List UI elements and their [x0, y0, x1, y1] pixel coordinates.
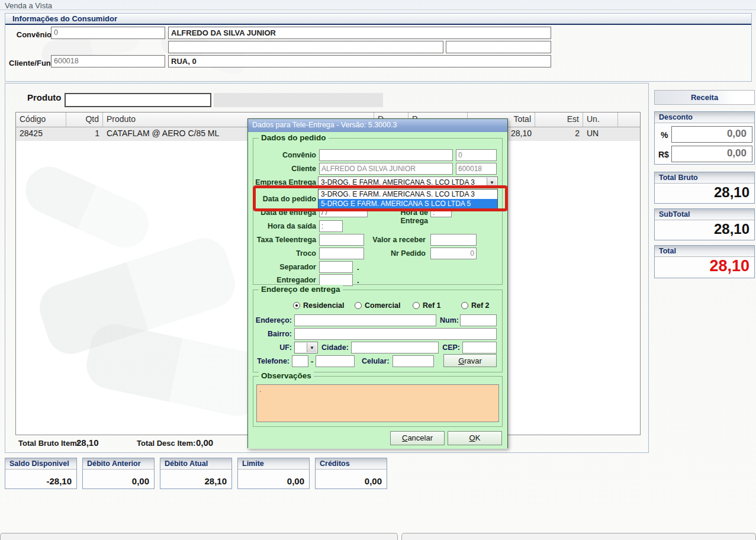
customer-address-field[interactable]: RUA, 0 [168, 55, 551, 68]
uf-label: UF: [253, 343, 292, 352]
dlg-cliente-code: 600018 [456, 163, 497, 175]
valor-receber-input[interactable] [430, 234, 477, 246]
cancel-button[interactable]: Cancelar [390, 431, 445, 445]
bottom-strip-right [401, 533, 756, 540]
gravar-button[interactable]: Gravar [443, 354, 497, 367]
observacoes-textarea[interactable]: . [256, 384, 499, 422]
telefone-input[interactable] [316, 355, 355, 367]
total-title: Total [655, 246, 754, 255]
debito-atual-panel: Débito Atual 28,10 [160, 458, 232, 489]
consumer-section-title: Informações do Consumidor [12, 14, 117, 23]
radio-comercial-label: Comercial [365, 301, 400, 310]
debito-atual-title: Débito Atual [160, 458, 231, 468]
dialog-titlebar[interactable]: Dados para Tele-Entrega - Versão: 5.3000… [248, 119, 507, 132]
window-title: Venda a Vista [5, 1, 52, 10]
creditos-panel: Créditos 0,00 [315, 458, 387, 489]
cliente-func-input[interactable]: 600018 [51, 55, 165, 68]
dlg-troco-label: Troco [257, 249, 316, 258]
bairro-label: Bairro: [253, 330, 292, 338]
celular-input[interactable] [393, 355, 434, 367]
dlg-cliente-label: Cliente [257, 165, 316, 173]
debito-anterior-panel: Débito Anterior 0,00 [82, 458, 155, 489]
desconto-rs-input[interactable]: 0,00 [671, 146, 752, 162]
radio-comercial[interactable] [355, 302, 362, 309]
receita-button[interactable]: Receita [654, 90, 755, 105]
subtotal-value: 28,10 [714, 221, 749, 237]
customer-extra-field-2[interactable] [446, 41, 551, 53]
dlg-nr-pedido-label: Nr Pedido [369, 249, 426, 258]
produto-search-input[interactable] [65, 93, 211, 107]
radio-ref2-label: Ref 2 [471, 301, 490, 310]
cliente-func-label: Cliente/Func [9, 59, 52, 68]
telefone-dash: - [311, 357, 313, 366]
col-codigo: Código [16, 112, 66, 127]
limite-value: 0,00 [287, 476, 304, 486]
desconto-percent-label: % [661, 130, 668, 140]
num-label: Num: [437, 316, 459, 324]
limite-header: Limite [238, 458, 309, 470]
radio-ref1[interactable] [413, 302, 420, 309]
debito-atual-value: 28,10 [204, 476, 227, 486]
total-value: 28,10 [709, 257, 749, 275]
cidade-input[interactable] [351, 342, 439, 353]
consumer-info-group: Informações do Consumidor Convênio 0 ALF… [5, 13, 752, 82]
telefone-ddd-input[interactable] [292, 355, 308, 367]
debito-anterior-value: 0,00 [132, 476, 149, 486]
saldo-disponivel-header: Saldo Disponivel [5, 458, 76, 470]
limite-panel: Limite 0,00 [237, 458, 310, 489]
entregador-input[interactable] [319, 274, 353, 286]
entregador-suffix: . [357, 276, 359, 285]
total-bruto-header: Total Bruto [655, 172, 754, 184]
col-un: Un. [583, 112, 618, 127]
desconto-rs-label: R$ [658, 150, 669, 159]
subtotal-header: SubTotal [655, 209, 754, 220]
saldo-disponivel-title: Saldo Disponivel [5, 458, 76, 468]
ok-button[interactable]: OK [448, 431, 502, 445]
cell-qtd: 1 [66, 127, 103, 141]
telefone-label: Telefone: [253, 357, 289, 365]
limite-title: Limite [238, 458, 309, 468]
num-input[interactable] [460, 314, 497, 326]
total-desc-item-value: 0,00 [196, 438, 213, 448]
taxa-teleentrega-input[interactable] [319, 234, 364, 246]
uf-combobox[interactable]: ▼ [294, 342, 318, 353]
dlg-convenio-input[interactable] [319, 149, 453, 161]
app-window: { "window": { "title": "Venda a Vista" }… [0, 0, 756, 540]
hora-saida-input[interactable]: : [319, 220, 343, 232]
chevron-down-icon[interactable]: ▼ [307, 343, 317, 352]
cep-input[interactable] [462, 342, 497, 353]
tele-entrega-dialog: Dados para Tele-Entrega - Versão: 5.3000… [247, 118, 508, 448]
title-divider [0, 9, 756, 10]
col-est: Est [535, 112, 583, 127]
separador-input[interactable] [319, 261, 353, 273]
cell-blank [618, 127, 641, 141]
bairro-input[interactable] [294, 328, 497, 340]
convenio-label: Convênio [16, 30, 52, 39]
subtotal-panel: SubTotal 28,10 [654, 208, 755, 240]
total-bruto-item-value: 28,10 [76, 438, 99, 448]
radio-ref2[interactable] [461, 302, 468, 309]
celular-label: Celular: [362, 357, 390, 365]
desconto-percent-input[interactable]: 0,00 [671, 126, 752, 143]
bottom-strip-left [0, 533, 398, 540]
radio-residencial[interactable] [293, 302, 300, 309]
convenio-input[interactable]: 0 [51, 27, 165, 39]
cell-codigo: 28425 [16, 127, 66, 141]
desconto-header: Desconto [655, 112, 754, 123]
endereco-input[interactable] [294, 314, 436, 326]
debito-anterior-title: Débito Anterior [83, 458, 154, 468]
total-header: Total [655, 246, 754, 257]
creditos-value: 0,00 [365, 476, 382, 486]
observacoes-legend: Observações [259, 371, 314, 380]
cell-est: 2 [535, 127, 583, 141]
customer-name-field[interactable]: ALFREDO DA SILVA JUNIOR [168, 27, 551, 39]
total-panel: Total 28,10 [654, 245, 755, 278]
nr-pedido-input: 0 [430, 247, 477, 259]
radio-residencial-label: Residencial [303, 301, 344, 310]
dlg-taxa-label: Taxa Teleentrega [251, 236, 316, 244]
customer-extra-field-1[interactable] [168, 41, 443, 53]
dlg-convenio-code[interactable]: 0 [456, 149, 497, 161]
consumer-section-header: Informações do Consumidor [5, 14, 751, 25]
troco-input[interactable] [319, 247, 364, 259]
radio-ref1-label: Ref 1 [423, 301, 441, 310]
